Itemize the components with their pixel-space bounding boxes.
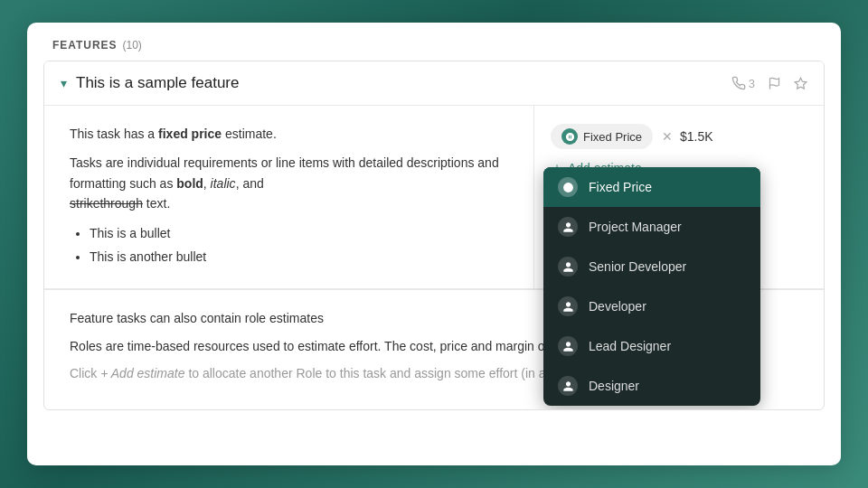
- bullet-item-2: This is another bullet: [90, 247, 508, 267]
- developer-icon: [558, 296, 578, 316]
- badge-icon: [561, 128, 578, 145]
- dropdown-item-senior-developer[interactable]: Senior Developer: [543, 247, 760, 286]
- price-value: $1.5K: [680, 129, 713, 144]
- designer-icon: [558, 376, 578, 396]
- dropdown-project-manager-label: Project Manager: [589, 220, 682, 234]
- dropdown-developer-label: Developer: [589, 299, 646, 314]
- estimate-type-dropdown: Fixed Price Project Manager Senior Devel…: [543, 167, 760, 406]
- dropdown-senior-developer-label: Senior Developer: [589, 259, 686, 274]
- features-title: FEATURES: [52, 39, 117, 52]
- dropdown-fixed-price-label: Fixed Price: [589, 180, 652, 194]
- svg-point-2: [563, 183, 573, 192]
- main-card: FEATURES (10) ▾ This is a sample feature…: [27, 23, 841, 465]
- dropdown-item-project-manager[interactable]: Project Manager: [543, 207, 760, 247]
- dropdown-item-fixed-price[interactable]: Fixed Price: [543, 167, 760, 207]
- dropdown-designer-label: Designer: [589, 379, 639, 393]
- senior-developer-icon: [558, 257, 578, 277]
- features-count: (10): [122, 39, 141, 52]
- dropdown-item-developer[interactable]: Developer: [543, 286, 760, 326]
- badge-label: Fixed Price: [583, 130, 642, 144]
- features-header: FEATURES (10): [27, 23, 841, 61]
- calls-action[interactable]: 3: [731, 76, 755, 90]
- dropdown-item-designer[interactable]: Designer: [543, 366, 760, 406]
- dropdown-item-lead-designer[interactable]: Lead Designer: [543, 326, 760, 366]
- svg-marker-1: [795, 78, 807, 89]
- dropdown-lead-designer-label: Lead Designer: [589, 339, 671, 353]
- estimate-row: Fixed Price ✕ $1.5K: [551, 124, 807, 149]
- task-content-row: This task has a fixed price estimate. Ta…: [44, 106, 824, 288]
- project-manager-icon: [558, 217, 578, 237]
- chevron-down-icon[interactable]: ▾: [61, 76, 67, 90]
- task-line1: This task has a fixed price estimate.: [70, 124, 508, 144]
- feature-name: This is a sample feature: [76, 74, 722, 92]
- remove-estimate-btn[interactable]: ✕: [662, 129, 673, 144]
- flag-icon[interactable]: [768, 77, 781, 90]
- calls-count: 3: [749, 77, 755, 90]
- feature-actions: 3: [731, 76, 807, 90]
- task-right-panel: Fixed Price ✕ $1.5K ＋ Add estimate Fix: [534, 106, 824, 288]
- task-line2: Tasks are individual requirements or lin…: [70, 153, 508, 213]
- feature-row: ▾ This is a sample feature 3: [44, 61, 824, 106]
- bullet-item-1: This is a bullet: [90, 223, 508, 243]
- bullet-list: This is a bullet This is another bullet: [90, 223, 508, 267]
- lead-designer-icon: [558, 336, 578, 356]
- fixed-price-badge[interactable]: Fixed Price: [551, 124, 653, 149]
- task-text-area: This task has a fixed price estimate. Ta…: [44, 106, 534, 288]
- star-icon[interactable]: [794, 77, 807, 90]
- feature-section: ▾ This is a sample feature 3: [43, 61, 825, 410]
- fixed-price-icon: [558, 177, 578, 197]
